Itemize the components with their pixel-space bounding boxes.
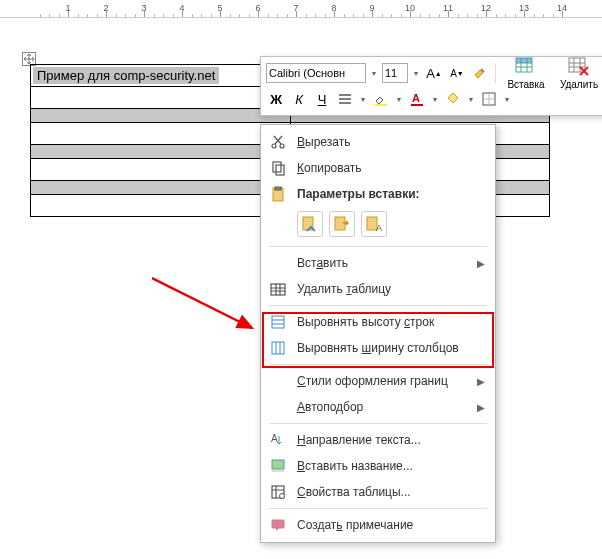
menu-table-properties[interactable]: Свойства таблицы... <box>261 479 495 505</box>
menu-insert[interactable]: Вставить ▶ <box>261 250 495 276</box>
annotation-arrow <box>152 268 272 348</box>
horizontal-ruler: 1234567891011121314 <box>0 0 602 18</box>
svg-point-24 <box>280 494 285 499</box>
menu-table-properties-label: Свойства таблицы... <box>297 485 485 499</box>
distribute-rows-icon <box>269 313 287 331</box>
shrink-font-button[interactable]: A▼ <box>447 63 467 83</box>
menu-distribute-cols[interactable]: Выровнять ширину столбцов <box>261 335 495 361</box>
menu-divider <box>269 305 487 306</box>
menu-insert-caption-label: Вставить название... <box>297 459 485 473</box>
font-name-dropdown-icon[interactable]: ▾ <box>369 69 379 78</box>
menu-delete-table[interactable]: Удалить таблицу <box>261 276 495 302</box>
paste-merge-button[interactable] <box>329 211 355 237</box>
text-direction-icon: A <box>269 431 287 449</box>
chevron-right-icon: ▶ <box>477 402 485 413</box>
format-painter-button[interactable] <box>470 63 490 83</box>
menu-paste-heading-label: Параметры вставки: <box>297 187 485 201</box>
svg-rect-21 <box>272 460 284 469</box>
bold-button[interactable]: Ж <box>266 89 286 109</box>
paste-options-row: A <box>261 207 495 243</box>
svg-point-7 <box>272 144 276 148</box>
svg-rect-9 <box>273 162 281 172</box>
properties-icon <box>269 483 287 501</box>
underline-button[interactable]: Ч <box>312 89 332 109</box>
menu-divider <box>269 423 487 424</box>
paste-keep-source-button[interactable] <box>297 211 323 237</box>
menu-divider <box>269 364 487 365</box>
table-context-menu: Вырезать Копировать Параметры вставки: A… <box>260 124 496 543</box>
font-color-button[interactable]: A <box>407 89 427 109</box>
copy-icon <box>269 159 287 177</box>
insert-button-label: Вставка <box>507 79 544 90</box>
align-button[interactable] <box>335 89 355 109</box>
font-size-combo[interactable]: 11 <box>382 63 408 83</box>
menu-new-comment[interactable]: Создать примечание <box>261 512 495 538</box>
clipboard-icon <box>269 185 287 203</box>
menu-text-direction[interactable]: A Направление текста... <box>261 427 495 453</box>
menu-new-comment-label: Создать примечание <box>297 518 485 532</box>
borders-dropdown-icon[interactable]: ▾ <box>502 95 512 104</box>
delete-table-icon <box>269 280 287 298</box>
font-size-dropdown-icon[interactable]: ▾ <box>411 69 421 78</box>
svg-rect-5 <box>411 104 423 106</box>
menu-distribute-rows-label: Выровнять высоту строк <box>297 315 485 329</box>
svg-rect-19 <box>272 342 284 354</box>
svg-rect-12 <box>275 187 281 190</box>
font-name-combo[interactable]: Calibri (Основн <box>266 63 366 83</box>
svg-rect-17 <box>271 284 285 295</box>
menu-distribute-rows[interactable]: Выровнять высоту строк <box>261 309 495 335</box>
svg-text:A: A <box>376 223 382 233</box>
menu-autofit-label: Автоподбор <box>297 400 467 414</box>
svg-line-26 <box>152 278 252 328</box>
svg-rect-18 <box>272 316 284 328</box>
svg-text:A: A <box>412 92 420 104</box>
svg-rect-10 <box>276 165 284 175</box>
comment-icon <box>269 516 287 534</box>
menu-cut-label: Вырезать <box>297 135 485 149</box>
highlight-dropdown-icon[interactable]: ▾ <box>394 95 404 104</box>
borders-button[interactable] <box>479 89 499 109</box>
distribute-cols-icon <box>269 339 287 357</box>
menu-copy[interactable]: Копировать <box>261 155 495 181</box>
svg-rect-3 <box>375 104 387 106</box>
menu-paste-options: Параметры вставки: <box>261 181 495 207</box>
grow-font-button[interactable]: A▲ <box>424 63 444 83</box>
menu-border-styles-label: Стили оформления границ <box>297 374 467 388</box>
font-color-dropdown-icon[interactable]: ▾ <box>430 95 440 104</box>
menu-distribute-cols-label: Выровнять ширину столбцов <box>297 341 485 355</box>
chevron-right-icon: ▶ <box>477 376 485 387</box>
svg-rect-1 <box>516 58 532 63</box>
sample-cell-text: Пример для comp-security.net <box>33 67 219 84</box>
delete-button-label: Удалить <box>560 79 598 90</box>
chevron-right-icon: ▶ <box>477 258 485 269</box>
menu-divider <box>269 508 487 509</box>
menu-insert-caption[interactable]: Вставить название... <box>261 453 495 479</box>
svg-rect-22 <box>272 470 284 472</box>
menu-border-styles[interactable]: Стили оформления границ ▶ <box>261 368 495 394</box>
menu-delete-table-label: Удалить таблицу <box>297 282 485 296</box>
paste-text-only-button[interactable]: A <box>361 211 387 237</box>
svg-rect-25 <box>272 520 284 528</box>
italic-button[interactable]: К <box>289 89 309 109</box>
align-dropdown-icon[interactable]: ▾ <box>358 95 368 104</box>
menu-text-direction-label: Направление текста... <box>297 433 485 447</box>
shading-button[interactable] <box>443 89 463 109</box>
caption-icon <box>269 457 287 475</box>
delete-table-button[interactable]: Удалить <box>554 49 602 97</box>
svg-point-8 <box>280 144 284 148</box>
mini-toolbar: Calibri (Основн ▾ 11 ▾ A▲ A▼ Вставка Уда… <box>260 56 602 116</box>
menu-cut[interactable]: Вырезать <box>261 129 495 155</box>
shading-dropdown-icon[interactable]: ▾ <box>466 95 476 104</box>
highlight-color-button[interactable] <box>371 89 391 109</box>
menu-copy-label: Копировать <box>297 161 485 175</box>
menu-divider <box>269 246 487 247</box>
scissors-icon <box>269 133 287 151</box>
menu-insert-label: Вставить <box>297 256 467 270</box>
insert-table-button[interactable]: Вставка <box>501 49 551 97</box>
menu-autofit[interactable]: Автоподбор ▶ <box>261 394 495 420</box>
